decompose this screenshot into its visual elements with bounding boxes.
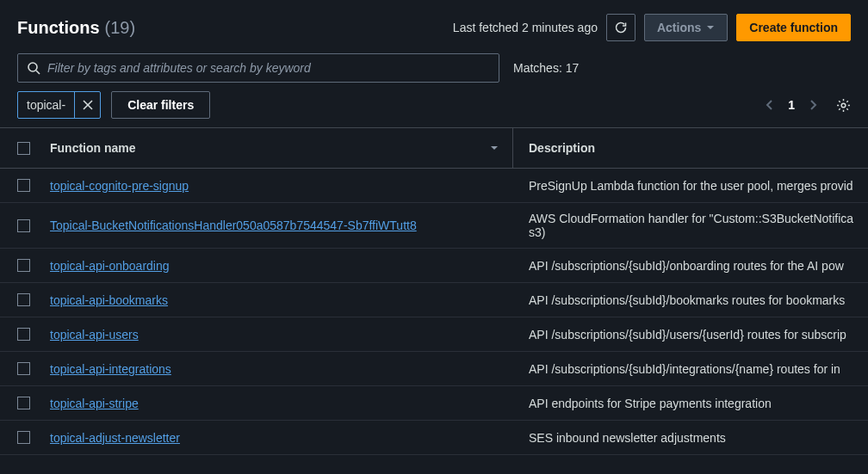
page-count: (19) bbox=[105, 18, 136, 38]
svg-point-0 bbox=[28, 63, 37, 71]
function-name-link[interactable]: topical-api-integrations bbox=[50, 362, 171, 376]
row-checkbox[interactable] bbox=[17, 219, 30, 232]
chevron-right-icon bbox=[809, 99, 817, 111]
function-name-link[interactable]: topical-api-stripe bbox=[50, 397, 139, 410]
last-fetched-text: Last fetched 2 minutes ago bbox=[453, 21, 598, 34]
function-name-link[interactable]: topical-api-bookmarks bbox=[50, 293, 168, 307]
function-description: AWS CloudFormation handler for "Custom::… bbox=[513, 212, 863, 239]
close-icon bbox=[83, 100, 93, 110]
row-checkbox[interactable] bbox=[17, 179, 30, 192]
function-name-link[interactable]: topical-api-onboarding bbox=[50, 259, 170, 273]
filter-chip-remove[interactable] bbox=[74, 92, 100, 118]
refresh-icon bbox=[614, 21, 628, 34]
function-description: API endpoints for Stripe payments integr… bbox=[513, 397, 863, 410]
row-checkbox[interactable] bbox=[17, 293, 30, 306]
search-input[interactable] bbox=[47, 61, 490, 75]
page-number: 1 bbox=[788, 98, 795, 112]
function-description: API /subscriptions/{subId}/integrations/… bbox=[513, 362, 863, 376]
table-row: Topical-BucketNotificationsHandler050a05… bbox=[0, 203, 868, 249]
function-name-link[interactable]: topical-adjust-newsletter bbox=[50, 431, 180, 445]
sort-caret-icon[interactable] bbox=[490, 144, 499, 152]
function-description: API /subscriptions/{subId}/onboarding ro… bbox=[513, 259, 863, 273]
row-checkbox[interactable] bbox=[17, 362, 30, 375]
column-header-name[interactable]: Function name bbox=[41, 141, 136, 155]
function-name-link[interactable]: topical-cognito-pre-signup bbox=[50, 179, 189, 193]
actions-button[interactable]: Actions bbox=[644, 14, 728, 41]
function-description: API /subscriptions/{subId}/bookmarks rou… bbox=[513, 293, 863, 307]
matches-text: Matches: 17 bbox=[513, 61, 579, 75]
svg-line-1 bbox=[36, 71, 40, 74]
table-row: topical-api-integrationsAPI /subscriptio… bbox=[0, 352, 868, 386]
svg-point-4 bbox=[841, 103, 846, 108]
create-function-label: Create function bbox=[749, 21, 838, 34]
filter-chip-label: topical- bbox=[18, 92, 74, 118]
actions-label: Actions bbox=[657, 21, 701, 34]
settings-button[interactable] bbox=[836, 98, 851, 113]
chevron-left-icon bbox=[766, 99, 774, 111]
row-checkbox[interactable] bbox=[17, 431, 30, 444]
filter-chip: topical- bbox=[17, 91, 101, 119]
select-all-checkbox[interactable] bbox=[17, 142, 30, 155]
gear-icon bbox=[836, 98, 851, 113]
table-row: topical-api-onboardingAPI /subscriptions… bbox=[0, 249, 868, 283]
search-box[interactable] bbox=[17, 53, 499, 83]
page-title: Functions bbox=[17, 18, 100, 38]
create-function-button[interactable]: Create function bbox=[736, 14, 851, 41]
table-row: topical-api-stripeAPI endpoints for Stri… bbox=[0, 386, 868, 421]
next-page[interactable] bbox=[809, 99, 817, 111]
function-description: SES inbound newsletter adjustments bbox=[513, 431, 863, 445]
row-checkbox[interactable] bbox=[17, 397, 30, 409]
caret-down-icon bbox=[706, 23, 715, 32]
prev-page[interactable] bbox=[766, 99, 774, 111]
table-row: topical-adjust-newsletterSES inbound new… bbox=[0, 421, 868, 455]
column-header-description[interactable]: Description bbox=[513, 141, 863, 155]
clear-filters-button[interactable]: Clear filters bbox=[111, 91, 210, 119]
table-row: topical-api-bookmarksAPI /subscriptions/… bbox=[0, 283, 868, 317]
function-description: API /subscriptions/{subId}/users/{userId… bbox=[513, 328, 863, 342]
function-name-link[interactable]: Topical-BucketNotificationsHandler050a05… bbox=[50, 219, 417, 232]
row-checkbox[interactable] bbox=[17, 259, 30, 272]
function-name-link[interactable]: topical-api-users bbox=[50, 328, 139, 342]
refresh-button[interactable] bbox=[606, 14, 636, 41]
function-description: PreSignUp Lambda function for the user p… bbox=[513, 179, 863, 193]
search-icon bbox=[27, 61, 40, 75]
row-checkbox[interactable] bbox=[17, 328, 30, 341]
table-row: topical-api-usersAPI /subscriptions/{sub… bbox=[0, 317, 868, 352]
table-row: topical-cognito-pre-signupPreSignUp Lamb… bbox=[0, 169, 868, 203]
